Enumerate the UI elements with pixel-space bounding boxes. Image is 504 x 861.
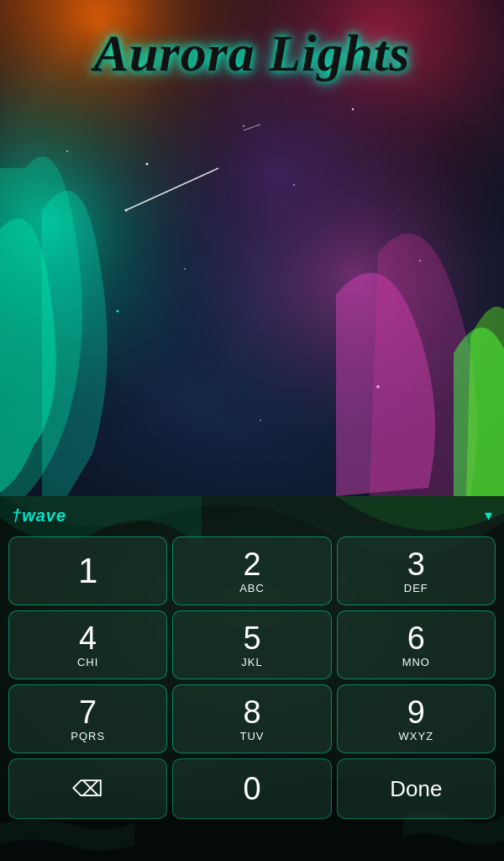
key-6-letters: MNO [402, 656, 430, 668]
svg-point-15 [66, 151, 68, 152]
key-4[interactable]: 4 CHI [8, 610, 167, 679]
key-1-digit: 1 [78, 553, 97, 589]
key-7-letters: PQRS [71, 730, 105, 742]
svg-point-18 [125, 209, 128, 212]
key-backspace[interactable]: ⌫ [8, 758, 167, 819]
keyboard-area: †wave ▾ 1 2 ABC 3 DEF 4 CHI 5 JKL 6 MNO [0, 496, 504, 861]
key-6[interactable]: 6 MNO [337, 610, 496, 679]
dropdown-arrow-icon[interactable]: ▾ [485, 506, 492, 525]
backspace-icon: ⌫ [72, 776, 103, 802]
key-9-digit: 9 [407, 696, 425, 728]
wave-logo: †wave [12, 506, 66, 526]
key-7-digit: 7 [79, 696, 97, 728]
done-label: Done [390, 776, 442, 802]
svg-point-12 [376, 385, 380, 388]
key-8-letters: TUV [239, 730, 264, 742]
numpad-bottom-row: ⌫ 0 Done [0, 758, 504, 826]
key-8-digit: 8 [243, 696, 260, 728]
key-3-letters: DEF [404, 582, 428, 594]
key-3[interactable]: 3 DEF [337, 536, 496, 605]
key-2-digit: 2 [243, 548, 260, 580]
app-title: Aurora Lights [0, 24, 504, 83]
key-2[interactable]: 2 ABC [172, 536, 331, 605]
key-3-digit: 3 [407, 548, 425, 580]
svg-point-8 [243, 125, 244, 127]
svg-point-7 [146, 163, 149, 166]
key-9-letters: WXYZ [399, 730, 434, 742]
svg-point-13 [260, 420, 261, 421]
keyboard-topbar: †wave ▾ [0, 496, 504, 533]
key-9[interactable]: 9 WXYZ [337, 684, 496, 753]
key-2-letters: ABC [239, 582, 265, 594]
key-4-letters: CHI [77, 656, 98, 668]
key-8[interactable]: 8 TUV [172, 684, 331, 753]
numpad-grid: 1 2 ABC 3 DEF 4 CHI 5 JKL 6 MNO 7 PQRS 8 [0, 533, 504, 758]
svg-point-16 [184, 268, 186, 270]
key-done[interactable]: Done [337, 758, 496, 819]
key-6-digit: 6 [407, 622, 425, 654]
key-0-digit: 0 [243, 771, 260, 807]
svg-point-11 [117, 310, 119, 313]
svg-point-10 [293, 184, 295, 186]
svg-point-9 [352, 108, 354, 110]
key-5[interactable]: 5 JKL [172, 610, 331, 679]
key-7[interactable]: 7 PQRS [8, 684, 167, 753]
svg-point-14 [419, 260, 421, 261]
key-4-digit: 4 [79, 622, 97, 654]
wave-dagger: † [12, 506, 22, 525]
key-1[interactable]: 1 [8, 536, 167, 605]
aurora-background: Aurora Lights [0, 0, 504, 496]
wave-text: wave [22, 506, 66, 525]
key-0[interactable]: 0 [172, 758, 331, 819]
key-5-digit: 5 [243, 622, 260, 654]
key-5-letters: JKL [241, 656, 262, 668]
